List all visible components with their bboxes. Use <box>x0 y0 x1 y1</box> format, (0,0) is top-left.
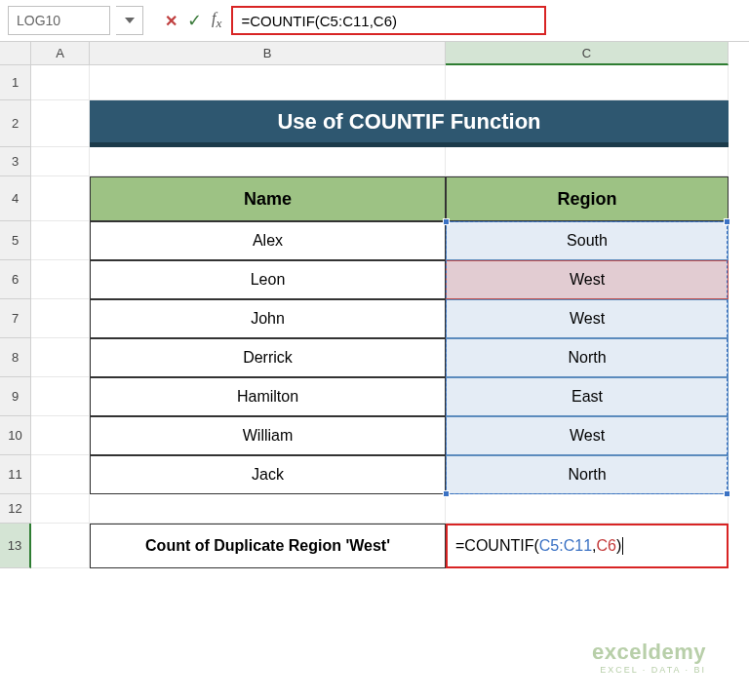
chevron-down-icon <box>125 18 135 23</box>
row-header-1[interactable]: 1 <box>0 65 31 100</box>
cell-name[interactable]: John <box>90 299 446 338</box>
row-header-8[interactable]: 8 <box>0 338 31 377</box>
cell-region[interactable]: West <box>446 416 729 455</box>
row-header-9[interactable]: 9 <box>0 377 31 416</box>
row-header-11[interactable]: 11 <box>0 455 31 494</box>
fx-icon[interactable]: fx <box>212 10 221 31</box>
page-title: Use of COUNTIF Function <box>90 100 729 147</box>
watermark: exceldemy EXCEL · DATA · BI <box>592 640 706 675</box>
col-header-c[interactable]: C <box>446 42 729 65</box>
row-header-7[interactable]: 7 <box>0 299 31 338</box>
formula-bar: LOG10 ✕ ✓ fx =COUNTIF(C5:C11,C6) <box>0 0 749 42</box>
row-header-5[interactable]: 5 <box>0 221 31 260</box>
cell-name[interactable]: Alex <box>90 221 446 260</box>
cell-region[interactable]: East <box>446 377 729 416</box>
cell-region[interactable]: West <box>446 260 729 299</box>
cancel-icon[interactable]: ✕ <box>165 12 177 30</box>
formula-input[interactable]: =COUNTIF(C5:C11,C6) <box>231 6 546 35</box>
name-box-value: LOG10 <box>17 13 60 28</box>
cell-region[interactable]: North <box>446 338 729 377</box>
row-header-4[interactable]: 4 <box>0 176 31 221</box>
spreadsheet-grid[interactable]: A B C 1 2 Use of COUNTIF Function 3 4 Na… <box>0 42 749 568</box>
cell-name[interactable]: Jack <box>90 455 446 494</box>
cell-region[interactable]: West <box>446 299 729 338</box>
row-header-13[interactable]: 13 <box>0 524 31 568</box>
col-header-a[interactable]: A <box>31 42 90 65</box>
col-header-b[interactable]: B <box>90 42 446 65</box>
cell-name[interactable]: Leon <box>90 260 446 299</box>
row-header-3[interactable]: 3 <box>0 147 31 176</box>
name-box[interactable]: LOG10 <box>8 6 110 35</box>
cell-region[interactable]: South <box>446 221 729 260</box>
formula-cell-c13[interactable]: =COUNTIF(C5:C11,C6) <box>446 524 729 568</box>
header-region: Region <box>446 176 729 221</box>
row-header-2[interactable]: 2 <box>0 100 31 147</box>
name-box-dropdown[interactable] <box>116 6 143 35</box>
cell-region[interactable]: North <box>446 455 729 494</box>
row-header-10[interactable]: 10 <box>0 416 31 455</box>
cell-name[interactable]: Derrick <box>90 338 446 377</box>
row-header-12[interactable]: 12 <box>0 494 31 524</box>
header-name: Name <box>90 176 446 221</box>
count-label: Count of Duplicate Region 'West' <box>90 524 446 568</box>
cell-name[interactable]: William <box>90 416 446 455</box>
cell-name[interactable]: Hamilton <box>90 377 446 416</box>
confirm-icon[interactable]: ✓ <box>187 10 202 31</box>
formula-display: =COUNTIF(C5:C11,C6) <box>455 537 623 556</box>
row-header-6[interactable]: 6 <box>0 260 31 299</box>
select-all-corner[interactable] <box>0 42 31 65</box>
formula-input-text: =COUNTIF(C5:C11,C6) <box>241 13 397 29</box>
